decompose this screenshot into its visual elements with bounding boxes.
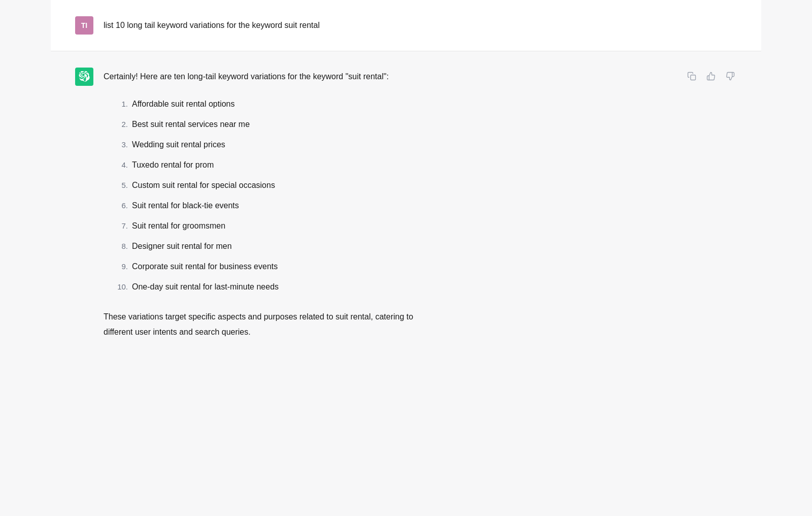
list-item: 1. Affordable suit rental options	[116, 94, 675, 114]
list-number: 4.	[116, 158, 128, 172]
assistant-intro-text: Certainly! Here are ten long-tail keywor…	[104, 70, 675, 84]
list-item: 2. Best suit rental services near me	[116, 114, 675, 135]
list-number: 5.	[116, 179, 128, 192]
list-item: 7. Suit rental for groomsmen	[116, 216, 675, 236]
assistant-avatar	[75, 68, 93, 86]
list-item-text: Affordable suit rental options	[132, 97, 235, 111]
thumbs-down-button[interactable]	[724, 70, 737, 83]
list-item: 4. Tuxedo rental for prom	[116, 155, 675, 175]
list-item: 3. Wedding suit rental prices	[116, 135, 675, 155]
list-item-text: One-day suit rental for last-minute need…	[132, 280, 279, 294]
list-number: 10.	[116, 280, 128, 294]
copy-button[interactable]	[685, 70, 698, 83]
list-number: 6.	[116, 199, 128, 212]
message-actions	[685, 68, 737, 83]
chat-container: TI list 10 long tail keyword variations …	[51, 0, 761, 356]
list-item-text: Corporate suit rental for business event…	[132, 260, 278, 274]
list-item-text: Best suit rental services near me	[132, 117, 250, 132]
assistant-message-block: Certainly! Here are ten long-tail keywor…	[51, 51, 761, 356]
copy-icon	[687, 72, 696, 81]
list-item-text: Wedding suit rental prices	[132, 138, 225, 152]
thumbs-up-icon	[706, 72, 716, 81]
user-avatar: TI	[75, 16, 93, 35]
user-initials: TI	[81, 21, 87, 29]
list-item-text: Designer suit rental for men	[132, 239, 232, 253]
user-message-content: list 10 long tail keyword variations for…	[104, 16, 737, 33]
assistant-message-content: Certainly! Here are ten long-tail keywor…	[104, 68, 675, 339]
thumbs-up-button[interactable]	[704, 70, 718, 83]
list-item-text: Suit rental for black-tie events	[132, 199, 239, 213]
list-number: 8.	[116, 240, 128, 253]
list-number: 1.	[116, 98, 128, 111]
list-item-text: Custom suit rental for special occasions	[132, 178, 275, 192]
chatgpt-icon	[79, 71, 90, 82]
keyword-list: 1. Affordable suit rental options 2. Bes…	[116, 94, 675, 297]
list-number: 3.	[116, 138, 128, 151]
list-number: 9.	[116, 260, 128, 273]
list-item: 6. Suit rental for black-tie events	[116, 196, 675, 216]
list-item: 5. Custom suit rental for special occasi…	[116, 175, 675, 196]
list-item: 8. Designer suit rental for men	[116, 236, 675, 256]
thumbs-down-icon	[726, 72, 735, 81]
list-item: 9. Corporate suit rental for business ev…	[116, 256, 675, 277]
list-item: 10. One-day suit rental for last-minute …	[116, 277, 675, 297]
svg-rect-0	[691, 75, 696, 80]
user-message-text: list 10 long tail keyword variations for…	[104, 18, 320, 29]
list-item-text: Tuxedo rental for prom	[132, 158, 214, 172]
list-number: 7.	[116, 219, 128, 233]
assistant-closing-text: These variations target specific aspects…	[104, 309, 675, 339]
list-number: 2.	[116, 118, 128, 131]
list-item-text: Suit rental for groomsmen	[132, 219, 225, 233]
user-message-block: TI list 10 long tail keyword variations …	[51, 0, 761, 51]
